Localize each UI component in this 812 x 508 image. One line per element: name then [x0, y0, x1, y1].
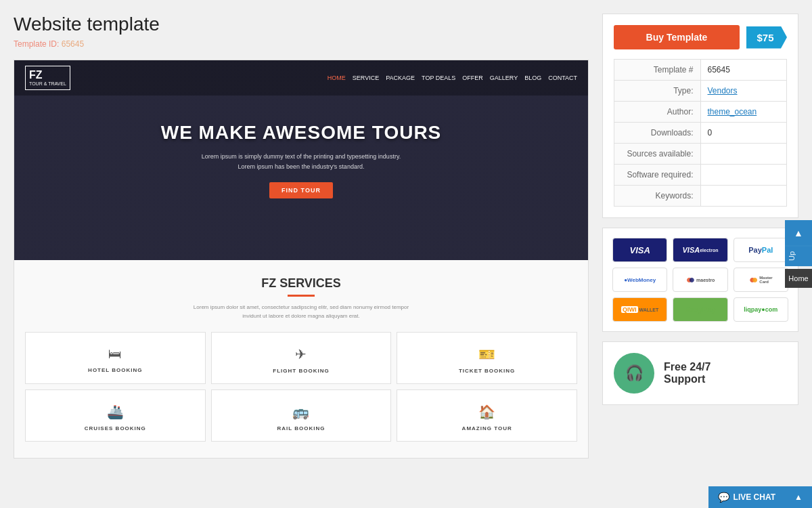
support-title: Free 24/7 Support: [664, 361, 710, 385]
table-value-keywords: [700, 186, 787, 207]
preview-cta-button[interactable]: FIND TOUR: [269, 182, 333, 198]
service-card-tour: 🏠 AMAZING TOUR: [397, 389, 577, 442]
preview-hero-subtitle: Lorem ipsum is simply dummy text of the …: [161, 152, 442, 171]
type-link[interactable]: Vendors: [708, 86, 738, 96]
table-row-type: Type: Vendors: [614, 81, 787, 102]
preview-nav-package: PACKAGE: [386, 75, 415, 81]
table-value-downloads: 0: [700, 123, 787, 144]
preview-logo-sub: TOUR & TRAVEL: [29, 81, 66, 87]
payment-methods-box: VISA VISAelectron PayPal ●WebMoney ● ● m…: [602, 228, 798, 332]
side-nav-up-label: Up: [785, 246, 812, 266]
cruises-icon: 🚢: [107, 404, 124, 420]
table-row-keywords: Keywords:: [614, 186, 787, 207]
payment-qiwi: QIWIWALLET: [612, 297, 667, 322]
ticket-icon: 🎫: [478, 346, 495, 362]
payment-grid: VISA VISAelectron PayPal ●WebMoney ● ● m…: [612, 238, 788, 322]
service-card-cruises: 🚢 CRUISES BOOKING: [25, 389, 206, 442]
table-label-downloads: Downloads:: [614, 123, 701, 144]
author-link[interactable]: theme_ocean: [708, 107, 757, 117]
tour-icon: 🏠: [478, 404, 495, 420]
preview-nav-offer: OFFER: [462, 75, 483, 81]
table-label-templatenum: Template #: [614, 60, 701, 81]
rail-icon: 🚌: [292, 404, 309, 420]
payment-visa: VISA: [612, 238, 667, 262]
service-label-tour: AMAZING TOUR: [462, 425, 512, 431]
preview-nav-contact: CONTACT: [548, 75, 577, 81]
table-row-downloads: Downloads: 0: [614, 123, 787, 144]
payment-webmoney: ●WebMoney: [612, 268, 667, 292]
price-tag: $75: [746, 26, 787, 49]
table-row-templatenum: Template # 65645: [614, 60, 787, 81]
preview-nav-blog: BLOG: [524, 75, 541, 81]
preview-nav-home: HOME: [328, 75, 346, 81]
flight-icon: ✈: [295, 346, 307, 362]
table-value-type: Vendors: [700, 81, 787, 102]
services-grid: 🛏 HOTEL BOOKING ✈ FLIGHT BOOKING 🎫 TICKE…: [25, 332, 577, 442]
payment-maestro: ● ● maestro: [673, 268, 727, 292]
service-label-hotel: HOTEL BOOKING: [88, 367, 142, 373]
support-icon: 🎧: [614, 353, 654, 394]
table-row-author: Author: theme_ocean: [614, 102, 787, 123]
template-id-value: 65645: [62, 39, 84, 49]
table-row-software: Software required:: [614, 165, 787, 186]
preview-hero-title: WE MAKE AWESOME TOURS: [161, 122, 442, 144]
side-nav: ▲ Up Home: [785, 220, 812, 288]
preview-nav-topdeals: TOP DEALS: [422, 75, 455, 81]
preview-hero-content: WE MAKE AWESOME TOURS Lorem ipsum is sim…: [148, 122, 455, 198]
payment-visa-electron: VISAelectron: [673, 238, 727, 262]
table-row-sources: Sources available:: [614, 144, 787, 165]
scroll-up-side-button[interactable]: ▲: [785, 220, 812, 246]
side-nav-home-button[interactable]: Home: [785, 269, 812, 288]
service-label-rail: RAIL BOOKING: [277, 425, 325, 431]
preview-services-desc: Lorem ipsum dolor sit amet, consectetur …: [25, 303, 577, 321]
buy-box-header: Buy Template $75: [614, 25, 787, 49]
service-label-cruises: CRUISES BOOKING: [85, 425, 146, 431]
right-column: Buy Template $75 Template # 65645 Type: …: [602, 14, 798, 459]
template-preview: FZ TOUR & TRAVEL HOME SERVICE PACKAGE TO…: [14, 60, 589, 459]
table-value-sources: [700, 144, 787, 165]
service-card-flight: ✈ FLIGHT BOOKING: [211, 332, 392, 384]
preview-nav: FZ TOUR & TRAVEL HOME SERVICE PACKAGE TO…: [14, 60, 588, 96]
support-text: Free 24/7 Support: [664, 361, 710, 385]
service-label-ticket: TICKET BOOKING: [459, 368, 515, 374]
table-label-keywords: Keywords:: [614, 186, 701, 207]
table-label-software: Software required:: [614, 165, 701, 186]
table-value-software: [700, 165, 787, 186]
service-label-flight: FLIGHT BOOKING: [273, 368, 329, 374]
page-title: Website template: [14, 14, 589, 35]
service-card-ticket: 🎫 TICKET BOOKING: [397, 332, 577, 384]
service-card-rail: 🚌 RAIL BOOKING: [211, 389, 392, 442]
buy-box: Buy Template $75 Template # 65645 Type: …: [602, 14, 798, 218]
payment-paypal: PayPal: [734, 238, 788, 262]
template-info-table: Template # 65645 Type: Vendors Author: t…: [614, 59, 787, 207]
preview-hero: FZ TOUR & TRAVEL HOME SERVICE PACKAGE TO…: [14, 60, 588, 260]
preview-logo: FZ TOUR & TRAVEL: [25, 66, 70, 90]
left-column: Website template Template ID: 65645 FZ T…: [14, 14, 589, 459]
preview-services-divider: [288, 295, 315, 297]
payment-liqpay: liqpay●com: [734, 297, 788, 322]
template-id-label: Template ID:: [14, 39, 59, 49]
payment-easypay: EasyPay: [673, 297, 727, 322]
payment-mastercard: ● ● MasterCard: [734, 268, 788, 292]
table-value-author: theme_ocean: [700, 102, 787, 123]
table-value-templatenum: 65645: [700, 60, 787, 81]
template-id-line: Template ID: 65645: [14, 39, 589, 49]
preview-services-section: FZ SERVICES Lorem ipsum dolor sit amet, …: [14, 260, 588, 458]
buy-template-button[interactable]: Buy Template: [614, 25, 740, 49]
hotel-icon: 🛏: [108, 346, 122, 362]
support-box: 🎧 Free 24/7 Support: [602, 341, 798, 405]
table-label-author: Author:: [614, 102, 701, 123]
table-label-sources: Sources available:: [614, 144, 701, 165]
preview-services-title: FZ SERVICES: [25, 276, 577, 291]
preview-nav-gallery: GALLERY: [490, 75, 518, 81]
service-card-hotel: 🛏 HOTEL BOOKING: [25, 332, 206, 384]
preview-nav-service: SERVICE: [353, 75, 379, 81]
preview-logo-brand: FZ: [29, 68, 66, 81]
table-label-type: Type:: [614, 81, 701, 102]
preview-nav-links: HOME SERVICE PACKAGE TOP DEALS OFFER GAL…: [328, 75, 577, 81]
